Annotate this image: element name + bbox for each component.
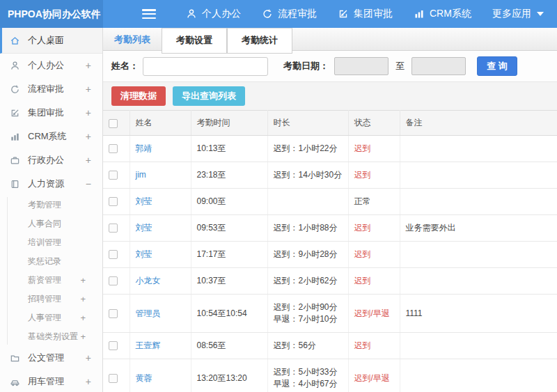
submenu-item-training-mgmt[interactable]: 培训管理: [0, 233, 102, 252]
sidebar-item-admin-office[interactable]: 行政办公 +: [0, 148, 102, 172]
collapse-minus-icon[interactable]: −: [86, 178, 91, 189]
submenu-item-hr-contract[interactable]: 人事合同: [0, 214, 102, 233]
row-checkbox[interactable]: [109, 224, 118, 233]
row-checkbox[interactable]: [109, 309, 118, 318]
duration-cell: 迟到：5小时33分早退：4小时67分: [267, 359, 348, 392]
row-checkbox[interactable]: [109, 341, 118, 350]
employee-name-link[interactable]: 刘莹: [136, 223, 152, 233]
table-row: 黄蓉 13:20至13:20 迟到：5小时33分早退：4小时67分 迟到/早退: [103, 359, 557, 392]
sidebar-item-group-approval[interactable]: 集团审批 +: [0, 101, 102, 125]
clean-data-button[interactable]: 清理数据: [111, 86, 166, 106]
duration-cell: 迟到：1小时22分: [267, 136, 348, 162]
col-header-time: 考勤时间: [191, 111, 267, 136]
employee-name-link[interactable]: 管理员: [136, 308, 161, 318]
submenu-item-base-category[interactable]: 基础类别设置 +: [0, 327, 102, 346]
topnav-label: 流程审批: [278, 8, 317, 20]
submenu-item-personnel-mgmt[interactable]: 人事管理 +: [0, 308, 102, 327]
date-to-input[interactable]: [411, 57, 466, 75]
note-cell: [400, 162, 557, 189]
topbar: PHPOA协同办公软件 个人办公 流程审批 集团审批 CRM系统 更多应用: [0, 0, 557, 28]
status-badge: 迟到/早退: [354, 373, 390, 383]
user-icon: [10, 61, 20, 71]
expand-plus-icon[interactable]: +: [80, 275, 86, 285]
sidebar-item-document-mgmt[interactable]: 公文管理 +: [0, 346, 102, 370]
tab-attendance-list[interactable]: 考勤列表: [103, 28, 162, 51]
sidebar-item-personal-desktop[interactable]: 个人桌面: [0, 28, 102, 54]
topnav-crm[interactable]: CRM系统: [403, 0, 482, 28]
topnav-workflow-approval[interactable]: 流程审批: [251, 0, 327, 28]
status-badge: 迟到: [354, 249, 371, 259]
table-row: jim 23:18至 迟到：14小时30分 迟到: [103, 162, 557, 189]
table-row: 刘莹 09:00至 正常: [103, 189, 557, 215]
user-icon: [186, 8, 197, 19]
employee-name-link[interactable]: 黄蓉: [136, 373, 152, 383]
app-logo: PHPOA协同办公软件: [0, 0, 103, 28]
row-checkbox[interactable]: [109, 374, 118, 383]
employee-name-link[interactable]: 郭靖: [136, 143, 152, 153]
expand-plus-icon[interactable]: +: [86, 60, 91, 71]
row-checkbox[interactable]: [109, 144, 118, 153]
sidebar-item-vehicle-mgmt[interactable]: 用车管理 +: [0, 370, 102, 392]
date-from-input[interactable]: [334, 57, 389, 75]
attendance-time: 23:18至: [191, 162, 267, 189]
search-button[interactable]: 查 询: [477, 56, 517, 76]
topnav-group-approval[interactable]: 集团审批: [327, 0, 403, 28]
employee-name-link[interactable]: jim: [136, 170, 146, 180]
sidebar-item-hr[interactable]: 人力资源 −: [0, 172, 102, 196]
expand-plus-icon[interactable]: +: [86, 107, 91, 118]
employee-name-link[interactable]: 刘莹: [136, 196, 152, 206]
duration-cell: [267, 189, 348, 215]
row-checkbox[interactable]: [109, 197, 118, 206]
submenu-item-salary-mgmt[interactable]: 薪资管理 +: [0, 271, 102, 290]
row-checkbox[interactable]: [109, 250, 118, 259]
menu-toggle-icon[interactable]: [142, 9, 156, 19]
submenu-item-attendance-mgmt[interactable]: 考勤管理: [0, 196, 102, 214]
submenu-item-label: 招聘管理: [28, 293, 61, 305]
note-cell: [400, 268, 557, 295]
duration-cell: 迟到：2小时90分早退：7小时10分: [267, 295, 348, 333]
topnav-personal-office[interactable]: 个人办公: [175, 0, 251, 28]
sidebar-item-label: 人力资源: [28, 178, 64, 190]
sidebar-item-label: 集团审批: [28, 107, 64, 119]
table-row: 小龙女 10:37至 迟到：2小时62分 迟到: [103, 268, 557, 295]
expand-plus-icon[interactable]: +: [86, 376, 91, 387]
attendance-time: 09:53至: [191, 215, 267, 242]
attendance-time: 17:17至: [191, 242, 267, 268]
sidebar-item-personal-office[interactable]: 个人办公 +: [0, 54, 102, 77]
employee-name-link[interactable]: 王壹辉: [136, 340, 161, 350]
expand-plus-icon[interactable]: +: [86, 131, 91, 142]
employee-name-link[interactable]: 刘莹: [136, 249, 152, 259]
attendance-time: 09:00至: [191, 189, 267, 215]
sidebar-item-label: 用车管理: [28, 375, 64, 388]
submenu-item-reward-punish[interactable]: 奖惩记录: [0, 252, 102, 271]
edit-icon: [338, 8, 349, 19]
attendance-time: 08:56至: [191, 333, 267, 359]
row-checkbox[interactable]: [109, 171, 118, 180]
topnav-more-apps[interactable]: 更多应用: [482, 0, 554, 28]
sidebar-item-label: 行政办公: [28, 154, 64, 166]
row-checkbox[interactable]: [109, 276, 118, 285]
sidebar-item-workflow-approval[interactable]: 流程审批 +: [0, 77, 102, 101]
expand-plus-icon[interactable]: +: [86, 155, 91, 166]
table-row: 王壹辉 08:56至 迟到：56分 迟到: [103, 333, 557, 359]
select-all-checkbox[interactable]: [109, 119, 118, 128]
refresh-icon: [262, 8, 273, 19]
submenu-item-label: 培训管理: [28, 237, 61, 249]
top-nav: 个人办公 流程审批 集团审批 CRM系统 更多应用: [175, 0, 554, 28]
status-badge: 正常: [354, 196, 371, 206]
submenu-item-recruit-mgmt[interactable]: 招聘管理 +: [0, 290, 102, 308]
tab-attendance-stats[interactable]: 考勤统计: [227, 28, 292, 54]
briefcase-icon: [10, 155, 20, 166]
sidebar-item-crm[interactable]: CRM系统 +: [0, 125, 102, 148]
expand-plus-icon[interactable]: +: [86, 84, 91, 95]
expand-plus-icon[interactable]: +: [86, 352, 91, 363]
tab-attendance-settings[interactable]: 考勤设置: [162, 28, 227, 54]
expand-plus-icon[interactable]: +: [80, 294, 86, 304]
expand-plus-icon[interactable]: +: [80, 313, 86, 323]
name-input[interactable]: [143, 57, 268, 76]
col-header-note: 备注: [400, 111, 557, 136]
employee-name-link[interactable]: 小龙女: [136, 276, 161, 285]
expand-plus-icon[interactable]: +: [80, 331, 86, 342]
bar-chart-icon: [414, 8, 425, 19]
export-list-button[interactable]: 导出查询列表: [173, 86, 245, 106]
